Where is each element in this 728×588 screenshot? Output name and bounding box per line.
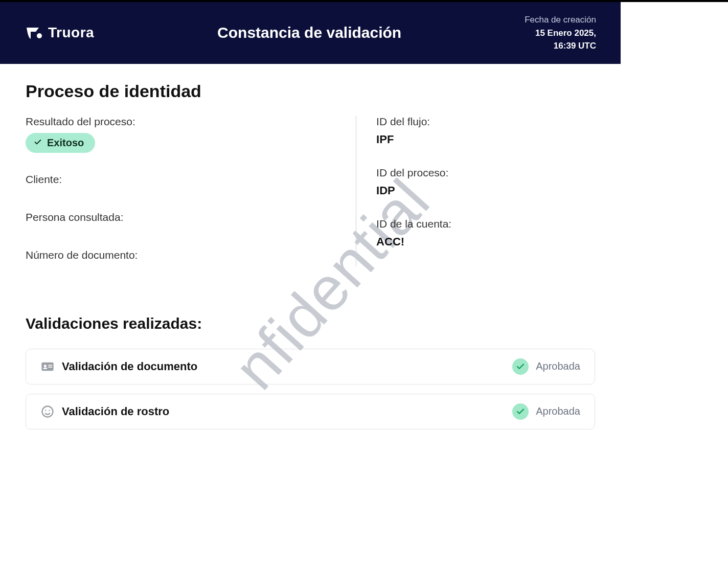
validation-status: Aprobada <box>536 360 580 372</box>
result-field: Resultado del proceso: Exitoso <box>26 116 335 153</box>
docnum-field: Número de documento: <box>26 249 335 266</box>
creation-date-line2: 16:39 UTC <box>525 39 596 53</box>
flow-label: ID del flujo: <box>376 116 595 128</box>
account-value: ACC! <box>376 235 595 248</box>
process-field: ID del proceso: IDP <box>376 167 595 197</box>
svg-point-7 <box>45 410 46 411</box>
identity-section-title: Proceso de identidad <box>26 81 595 101</box>
flow-value: IPF <box>376 133 595 146</box>
status-badge: Exitoso <box>26 133 95 153</box>
creation-date-line1: 15 Enero 2025, <box>525 27 596 40</box>
check-icon <box>34 137 42 149</box>
vertical-divider <box>356 116 356 266</box>
validations-title: Validaciones realizadas: <box>26 315 595 332</box>
svg-point-6 <box>42 406 53 417</box>
person-field: Persona consultada: <box>26 211 335 229</box>
svg-rect-3 <box>43 368 47 369</box>
result-label: Resultado del proceso: <box>26 116 335 128</box>
process-value: IDP <box>376 184 595 197</box>
brand-logo: Truora <box>25 24 94 42</box>
identity-grid: Resultado del proceso: Exitoso Cliente: … <box>26 116 595 266</box>
identity-left-column: Resultado del proceso: Exitoso Cliente: … <box>26 116 356 266</box>
status-text: Exitoso <box>47 137 84 149</box>
face-icon <box>40 404 55 419</box>
check-circle-icon <box>512 358 529 375</box>
person-label: Persona consultada: <box>26 211 335 223</box>
svg-point-2 <box>44 365 47 367</box>
validation-name: Validación de documento <box>62 360 197 373</box>
brand-name: Truora <box>48 25 94 41</box>
creation-label: Fecha de creación <box>525 13 596 27</box>
account-label: ID de la cuenta: <box>376 218 595 230</box>
creation-meta: Fecha de creación 15 Enero 2025, 16:39 U… <box>525 13 596 53</box>
id-card-icon <box>40 359 55 374</box>
docnum-label: Número de documento: <box>26 249 335 261</box>
brand-mark-icon <box>25 24 43 42</box>
svg-rect-4 <box>48 365 52 366</box>
flow-field: ID del flujo: IPF <box>376 116 595 146</box>
validation-status: Aprobada <box>536 405 580 417</box>
header: Truora Constancia de validación Fecha de… <box>0 2 621 64</box>
process-label: ID del proceso: <box>376 167 595 179</box>
account-field: ID de la cuenta: ACC! <box>376 218 595 248</box>
svg-rect-5 <box>48 367 52 368</box>
svg-point-0 <box>37 33 42 38</box>
validation-card-face: Validación de rostro Aprobada <box>26 394 595 429</box>
svg-point-8 <box>49 410 50 411</box>
client-label: Cliente: <box>26 173 335 186</box>
validation-name: Validación de rostro <box>62 405 169 418</box>
content: nfidential Proceso de identidad Resultad… <box>0 64 621 459</box>
identity-right-column: ID del flujo: IPF ID del proceso: IDP ID… <box>356 116 595 266</box>
check-circle-icon <box>512 403 529 420</box>
client-field: Cliente: <box>26 173 335 191</box>
validation-card-document: Validación de documento Aprobada <box>26 349 595 385</box>
page-title: Constancia de validación <box>217 24 401 41</box>
